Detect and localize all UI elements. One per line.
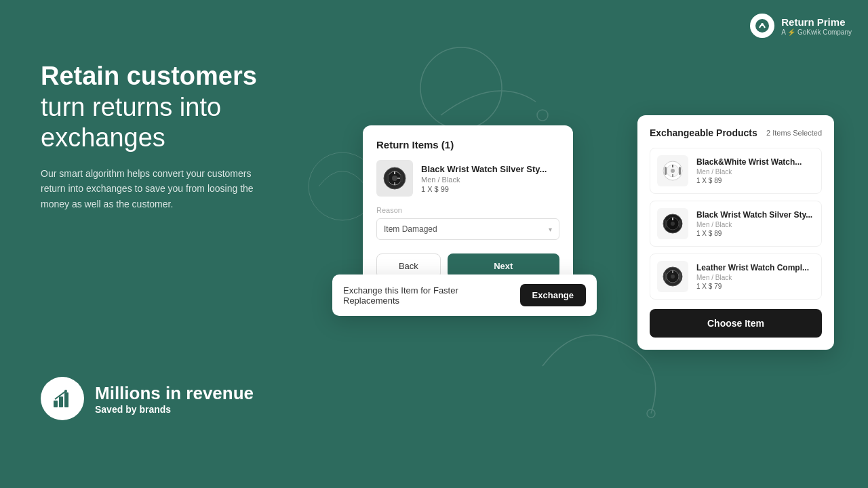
svg-point-5 — [761, 23, 764, 26]
svg-point-20 — [671, 169, 675, 173]
svg-point-27 — [671, 222, 675, 226]
exchange-banner-text: Exchange this Item for Faster Replacemen… — [343, 285, 513, 306]
svg-point-1 — [537, 110, 548, 121]
svg-rect-29 — [665, 220, 667, 228]
description: Our smart algorithm helps convert your c… — [41, 166, 271, 211]
headline: Retain customers turn returns into excha… — [41, 61, 271, 154]
left-content: Retain customers turn returns into excha… — [41, 61, 271, 211]
stat-text: Millions in revenue Saved by brands — [95, 383, 254, 415]
return-item-price: 1 X $ 99 — [421, 185, 547, 193]
product-1-image — [657, 155, 688, 186]
revenue-icon-circle — [41, 377, 84, 420]
svg-point-2 — [647, 409, 655, 418]
svg-rect-8 — [64, 392, 68, 407]
svg-point-0 — [420, 47, 502, 129]
svg-rect-30 — [679, 220, 681, 228]
exchange-button[interactable]: Exchange — [520, 284, 586, 306]
svg-point-33 — [671, 274, 675, 279]
stat-subtitle: Saved by brands — [95, 404, 254, 415]
exchange-banner: Exchange this Item for Faster Replacemen… — [332, 274, 597, 316]
choose-item-button[interactable]: Choose Item — [650, 309, 822, 338]
product-2-image — [657, 208, 688, 239]
svg-rect-16 — [387, 174, 389, 182]
product-2-info: Black Wrist Watch Silver Sty... Men / Bl… — [696, 210, 812, 237]
header: Return Prime A ⚡ GoKwik Company — [750, 14, 852, 38]
return-items-card: Return Items (1) Black Wrist Watch Silve… — [363, 125, 573, 292]
product-3-variant: Men / Black — [696, 274, 809, 281]
headline-bold: Retain customers — [41, 61, 271, 92]
reason-select[interactable]: Item Damaged ▾ — [376, 218, 559, 240]
svg-rect-17 — [400, 174, 403, 182]
product-1-price: 1 X $ 89 — [696, 177, 802, 184]
product-2-price: 1 X $ 89 — [696, 230, 812, 237]
svg-rect-24 — [679, 167, 681, 175]
reason-label: Reason — [376, 206, 559, 214]
svg-point-9 — [64, 390, 67, 392]
svg-rect-23 — [665, 167, 667, 175]
exchange-card-title: Exchangeable Products — [650, 127, 757, 138]
svg-rect-6 — [54, 401, 58, 407]
svg-rect-36 — [679, 272, 681, 281]
product-1-name: Black&White Wrist Watch... — [696, 157, 802, 167]
product-2-name: Black Wrist Watch Silver Sty... — [696, 210, 812, 220]
headline-light-line2: exchanges — [41, 123, 271, 154]
stat-section: Millions in revenue Saved by brands — [41, 377, 254, 420]
product-3-name: Leather Wrist Watch Compl... — [696, 263, 809, 272]
return-item-name: Black Wrist Watch Silver Sty... — [421, 164, 547, 174]
logo-title: Return Prime — [781, 16, 852, 28]
svg-rect-7 — [59, 396, 63, 407]
logo-subtitle: A ⚡ GoKwik Company — [781, 28, 852, 36]
return-item-row: Black Wrist Watch Silver Sty... Men / Bl… — [376, 160, 559, 197]
exchange-card-header: Exchangeable Products 2 Items Selected — [650, 127, 822, 138]
return-item-details: Black Wrist Watch Silver Sty... Men / Bl… — [421, 164, 547, 193]
svg-point-12 — [392, 176, 397, 181]
return-card-title: Return Items (1) — [376, 139, 559, 150]
product-3-info: Leather Wrist Watch Compl... Men / Black… — [696, 263, 809, 290]
headline-light-line1: turn returns into — [41, 92, 271, 123]
return-item-image — [376, 160, 413, 197]
product-item-1[interactable]: Black&White Wrist Watch... Men / Black 1… — [650, 148, 822, 194]
stat-title: Millions in revenue — [95, 383, 254, 404]
product-3-image — [657, 261, 688, 292]
product-3-price: 1 X $ 79 — [696, 283, 809, 290]
product-1-variant: Men / Black — [696, 168, 802, 176]
items-selected-badge: 2 Items Selected — [766, 129, 822, 137]
svg-rect-35 — [665, 272, 667, 281]
return-item-variant: Men / Black — [421, 176, 547, 184]
product-1-info: Black&White Wrist Watch... Men / Black 1… — [696, 157, 802, 184]
logo-icon — [750, 14, 774, 38]
reason-value: Item Damaged — [384, 224, 437, 234]
product-2-variant: Men / Black — [696, 221, 812, 228]
product-item-2[interactable]: Black Wrist Watch Silver Sty... Men / Bl… — [650, 201, 822, 247]
product-item-3[interactable]: Leather Wrist Watch Compl... Men / Black… — [650, 253, 822, 300]
logo-text: Return Prime A ⚡ GoKwik Company — [781, 16, 852, 36]
exchangeable-products-card: Exchangeable Products 2 Items Selected B… — [637, 115, 834, 350]
chevron-down-icon: ▾ — [549, 226, 552, 233]
